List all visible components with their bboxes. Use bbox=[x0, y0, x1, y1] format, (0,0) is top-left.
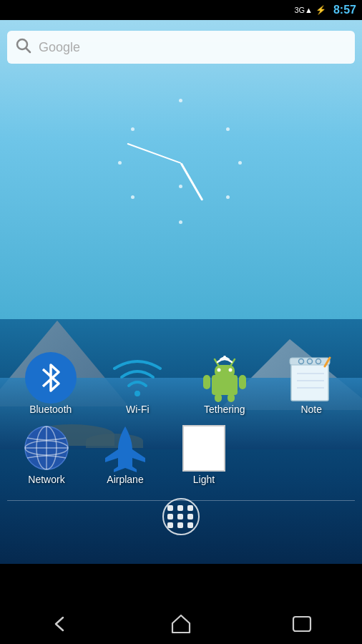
clock-dot-4 bbox=[226, 195, 230, 199]
clock-dot-3 bbox=[238, 161, 242, 165]
drawer-dot bbox=[187, 505, 193, 511]
recent-apps-button[interactable] bbox=[280, 610, 323, 638]
drawer-dot bbox=[167, 514, 173, 519]
back-button[interactable] bbox=[39, 610, 82, 638]
time-display: 8:57 bbox=[333, 4, 356, 16]
tethering-icon bbox=[199, 352, 250, 404]
clock-dot-12 bbox=[179, 99, 182, 102]
clock-dot-2 bbox=[226, 127, 230, 131]
airplane-icon bbox=[99, 422, 151, 474]
app-row-2: Network Airplane Light bbox=[7, 422, 355, 485]
app-item-bluetooth[interactable]: Bluetooth bbox=[11, 352, 90, 415]
hour-hand bbox=[180, 162, 204, 200]
clock-dot-6 bbox=[179, 220, 182, 224]
drawer-dot bbox=[187, 514, 193, 519]
minute-hand bbox=[127, 143, 181, 164]
svg-rect-12 bbox=[228, 394, 235, 402]
drawer-dot bbox=[177, 505, 183, 511]
svg-rect-9 bbox=[203, 375, 210, 389]
network-label: Network bbox=[28, 474, 64, 485]
home-button[interactable] bbox=[160, 610, 202, 638]
light-icon bbox=[178, 422, 230, 474]
app-item-note[interactable]: Note bbox=[272, 352, 351, 415]
battery-icon: ⚡ bbox=[315, 5, 326, 15]
app-row-1: Bluetooth Wi-Fi bbox=[7, 352, 355, 415]
svg-rect-10 bbox=[239, 375, 246, 389]
drawer-dot bbox=[187, 522, 193, 528]
clock-face bbox=[109, 92, 253, 235]
note-label: Note bbox=[300, 404, 322, 415]
network-icon bbox=[21, 422, 72, 474]
bluetooth-label: Bluetooth bbox=[29, 404, 72, 415]
app-item-tethering[interactable]: Tethering bbox=[185, 352, 264, 415]
drawer-dot bbox=[177, 522, 183, 528]
clock-dot-8 bbox=[131, 195, 134, 199]
svg-marker-28 bbox=[172, 615, 190, 633]
bluetooth-icon bbox=[25, 352, 77, 404]
note-icon bbox=[285, 352, 337, 404]
clock-dot-10 bbox=[131, 127, 134, 131]
svg-point-5 bbox=[217, 369, 220, 372]
wifi-label: Wi-Fi bbox=[126, 404, 150, 415]
search-bar[interactable]: Google bbox=[7, 31, 355, 64]
tethering-label: Tethering bbox=[204, 404, 245, 415]
drawer-dot bbox=[177, 514, 183, 519]
drawer-dot bbox=[167, 505, 173, 511]
app-item-light[interactable]: Light bbox=[165, 422, 243, 485]
app-item-network[interactable]: Network bbox=[7, 422, 86, 485]
svg-point-13 bbox=[223, 356, 226, 358]
svg-rect-3 bbox=[212, 375, 238, 395]
search-icon bbox=[16, 38, 31, 57]
clock-widget bbox=[109, 92, 253, 235]
drawer-dots bbox=[167, 505, 195, 528]
svg-point-6 bbox=[228, 369, 232, 372]
svg-point-2 bbox=[134, 391, 140, 396]
airplane-label: Airplane bbox=[107, 474, 143, 485]
status-bar: 3G▲ ⚡ 8:57 bbox=[0, 0, 362, 20]
svg-rect-4 bbox=[215, 365, 235, 378]
app-item-wifi[interactable]: Wi-Fi bbox=[98, 352, 177, 415]
clock-dot-center bbox=[179, 185, 182, 188]
svg-line-1 bbox=[26, 48, 31, 52]
app-grid: Bluetooth Wi-Fi bbox=[0, 352, 362, 492]
svg-rect-29 bbox=[293, 617, 310, 631]
signal-icon: 3G▲ bbox=[294, 6, 313, 14]
app-drawer-button[interactable] bbox=[162, 498, 200, 535]
wallpaper: Google bbox=[0, 20, 362, 564]
app-item-airplane[interactable]: Airplane bbox=[86, 422, 165, 485]
nav-bar bbox=[0, 604, 362, 644]
search-placeholder: Google bbox=[39, 40, 80, 55]
light-label: Light bbox=[193, 474, 215, 485]
clock-dot-9 bbox=[118, 161, 122, 165]
wifi-icon bbox=[112, 352, 163, 404]
svg-rect-11 bbox=[215, 394, 222, 402]
drawer-dot bbox=[167, 522, 173, 528]
